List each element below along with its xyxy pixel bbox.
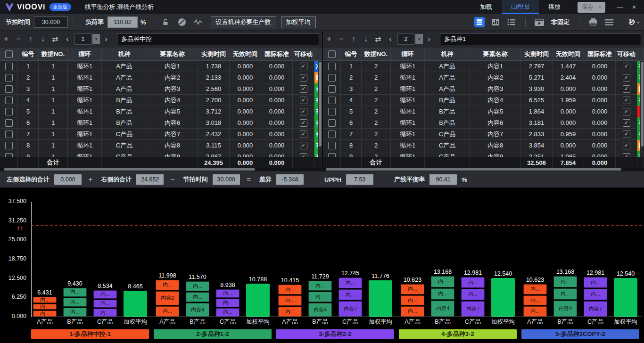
move-up-button[interactable]: ↑	[25, 35, 37, 43]
movable-checkbox[interactable]: ✓	[300, 108, 307, 115]
bar-segment[interactable]: 内...	[553, 288, 577, 300]
bar-segment[interactable]: 内...	[33, 297, 57, 303]
bar-segment[interactable]: 内...	[216, 308, 239, 317]
row-checkbox[interactable]	[328, 119, 336, 127]
page-dropdown[interactable]: ▾	[415, 34, 423, 44]
row-checkbox[interactable]	[5, 142, 13, 149]
bar-segment[interactable]: 内...	[93, 290, 117, 298]
table-row[interactable]: 32循环1A产品内容33.9300.0000.000✓附	[323, 83, 644, 95]
bar-segment[interactable]: 内...	[156, 306, 179, 317]
table-row[interactable]: 82循环1C产品内容83.8540.0000.000✓附	[323, 140, 644, 151]
bar-segment[interactable]: 内...	[63, 308, 87, 317]
movable-checkbox[interactable]: ✓	[623, 85, 630, 93]
row-checkbox[interactable]	[5, 119, 13, 127]
unlock-icon[interactable]	[160, 16, 172, 28]
bar-segment[interactable]: 内容4	[308, 303, 332, 317]
move-up-button[interactable]: ↑	[347, 35, 360, 43]
bar-segment[interactable]: 内...	[186, 292, 209, 302]
row-checkbox[interactable]	[328, 85, 336, 93]
bar-segment[interactable]: 内...	[33, 304, 57, 310]
group-label[interactable]: 2-多品种1-2	[154, 329, 272, 339]
save-button[interactable]: 保存 ▾	[578, 2, 605, 13]
row-checkbox[interactable]	[5, 63, 13, 70]
bar-segment[interactable]: 内...	[401, 284, 424, 294]
bar-segment[interactable]: 内...	[584, 277, 607, 288]
print-icon[interactable]	[587, 16, 599, 28]
remove-row-button[interactable]: −	[335, 35, 347, 43]
table-row[interactable]: 71循环1C产品内容72.4320.0000.000✓有	[0, 129, 322, 140]
save-dropdown-caret[interactable]: ▾	[596, 5, 601, 10]
movable-checkbox[interactable]: ✓	[623, 131, 630, 138]
bar-segment[interactable]: 内...	[216, 289, 239, 298]
bar-segment[interactable]: 内...	[63, 298, 87, 307]
bar-segment[interactable]: 内容4	[553, 301, 577, 317]
list-view-icon[interactable]	[505, 16, 518, 28]
vertical-scrollbar[interactable]	[640, 61, 644, 157]
bar-segment[interactable]: 内...	[216, 299, 239, 307]
takt-time-input[interactable]: 30.000	[34, 16, 68, 28]
bar-segment[interactable]: 内...	[523, 284, 547, 294]
bar-segment[interactable]: 内...	[278, 285, 302, 294]
table-row[interactable]: 22循环1A产品内容25.2712.4040.000✓有	[323, 72, 644, 83]
bar[interactable]: 内...内容2内...	[156, 280, 179, 317]
bar[interactable]	[246, 284, 270, 317]
bar[interactable]: 内...内...内...	[93, 290, 117, 317]
table-row[interactable]: 61循环1B产品内容63.0180.0000.000✓有	[0, 117, 322, 129]
table-row[interactable]: 51循环1B产品内容53.7120.0000.000✓有	[0, 106, 322, 117]
bar-segment[interactable]: 内...	[401, 306, 424, 317]
table-row[interactable]: 11循环1A产品内容11.7380.0000.000✓准	[0, 61, 322, 72]
row-checkbox[interactable]	[328, 97, 336, 104]
select-all-checkbox[interactable]	[328, 50, 336, 58]
bar-segment[interactable]: 内...	[401, 295, 424, 306]
row-checkbox[interactable]	[5, 85, 13, 93]
movable-checkbox[interactable]: ✓	[300, 85, 307, 93]
layout-view-icon[interactable]	[473, 16, 486, 28]
bar[interactable]	[369, 280, 392, 317]
row-checkbox[interactable]	[328, 131, 336, 138]
movable-checkbox[interactable]: ✓	[300, 119, 307, 127]
bar-segment[interactable]: 内...	[63, 288, 87, 297]
row-checkbox[interactable]	[328, 108, 336, 115]
page-number[interactable]: 2	[397, 33, 414, 45]
row-checkbox[interactable]	[328, 153, 336, 157]
bar-segment[interactable]: 内...	[431, 288, 454, 300]
bar-segment[interactable]: 内...	[584, 289, 607, 300]
bar-segment[interactable]: 内...	[461, 289, 485, 300]
bar-segment[interactable]: 内...	[93, 300, 117, 308]
row-checkbox[interactable]	[5, 74, 13, 82]
row-checkbox[interactable]	[5, 108, 13, 115]
bar-segment[interactable]: 内...	[93, 309, 117, 317]
dataset-name-input[interactable]	[117, 33, 319, 45]
move-down-button[interactable]: ↓	[37, 35, 49, 43]
movable-checkbox[interactable]: ✓	[623, 153, 630, 157]
bar[interactable]: 内...内...内容7	[461, 277, 485, 317]
bar-segment[interactable]: 内...	[33, 310, 57, 317]
movable-checkbox[interactable]: ✓	[300, 74, 307, 82]
bar[interactable]: 内...内...内容4	[553, 276, 577, 317]
bar[interactable]: 内...内...内...	[216, 289, 239, 317]
vertical-scrollbar[interactable]	[318, 61, 322, 157]
row-checkbox[interactable]	[5, 153, 13, 157]
bar-segment[interactable]: 内...	[156, 280, 179, 290]
row-checkbox[interactable]	[328, 74, 336, 82]
table-row[interactable]: 12循环1A产品内容12.7971.4470.000✓有	[323, 61, 644, 72]
row-checkbox[interactable]	[5, 97, 13, 104]
fixed-mode-label[interactable]: 非固定	[551, 18, 570, 26]
bar-segment[interactable]: 内...	[308, 281, 332, 291]
row-checkbox[interactable]	[328, 142, 336, 149]
table-row[interactable]: 91循环1C产品内容92.9870.0000.000✓有	[0, 151, 322, 157]
bar-segment[interactable]: 内容7	[461, 301, 485, 317]
table-row[interactable]: 31循环1A产品内容32.5600.0000.000✓有	[0, 83, 322, 95]
tab-play[interactable]: 播放	[539, 0, 570, 14]
movable-checkbox[interactable]: ✓	[623, 97, 630, 104]
prev-page-button[interactable]: ‹	[384, 35, 396, 43]
table-row[interactable]: 62循环1B产品内容63.1810.0000.000✓有	[323, 117, 644, 129]
dataset-name-input[interactable]	[440, 33, 641, 45]
table-row[interactable]: 72循环1C产品内容72.8330.9590.000✓有	[323, 129, 644, 140]
bar[interactable]: 内...内...内容4	[431, 276, 454, 317]
bar-segment[interactable]: 内...	[186, 281, 209, 291]
time-unit-label[interactable]: 秒	[629, 18, 635, 26]
bar-chart-view-icon[interactable]	[489, 16, 502, 28]
row-checkbox[interactable]	[328, 63, 336, 70]
bar[interactable]: 内...内...内容7	[584, 277, 607, 317]
